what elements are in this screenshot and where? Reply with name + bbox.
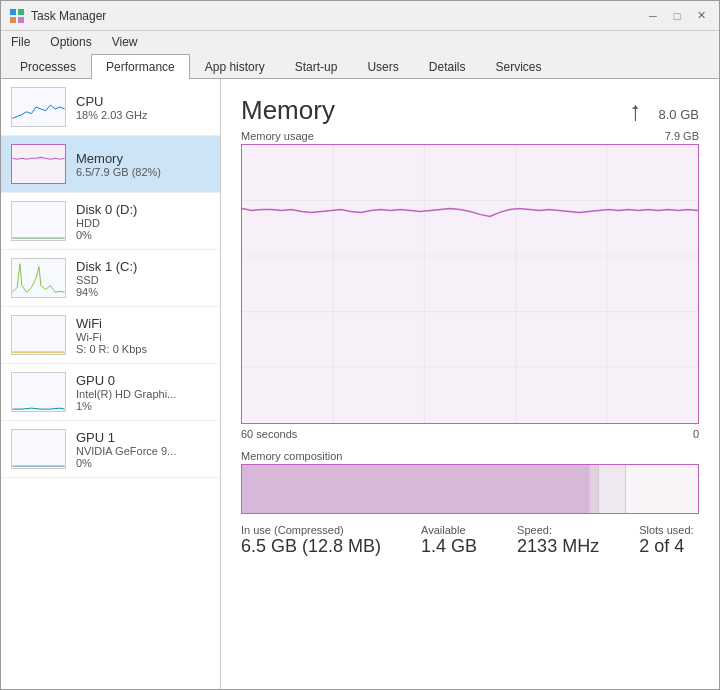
disk1-label: Disk 1 (C:) [76,259,210,274]
memory-label: Memory [76,151,210,166]
stat-slots-label: Slots used: [639,524,693,536]
stat-available-label: Available [421,524,477,536]
sidebar-item-disk1[interactable]: Disk 1 (C:) SSD 94% [1,250,220,307]
chart-max: 7.9 GB [665,130,699,142]
gpu0-value: 1% [76,400,210,412]
stat-speed-value: 2133 MHz [517,536,599,557]
gpu1-type: NVIDIA GeForce 9... [76,445,210,457]
gpu1-label: GPU 1 [76,430,210,445]
comp-free [625,465,698,513]
title-bar-left: Task Manager [9,8,106,24]
content-area: CPU 18% 2.03 GHz Memory 6.5/7.9 GB (82%) [1,79,719,689]
window-controls: ─ □ ✕ [643,6,711,26]
gpu1-thumbnail [11,429,66,469]
main-panel: Memory ⭡ 8.0 GB Memory usage 7.9 GB [221,79,719,689]
gpu0-info: GPU 0 Intel(R) HD Graphi... 1% [76,373,210,412]
svg-rect-1 [18,9,24,15]
cpu-label: CPU [76,94,210,109]
disk1-thumbnail [11,258,66,298]
sidebar-item-wifi[interactable]: WiFi Wi-Fi S: 0 R: 0 Kbps [1,307,220,364]
tab-details[interactable]: Details [414,54,481,79]
time-right: 0 [693,428,699,440]
chart-time-row: 60 seconds 0 [241,428,699,440]
comp-modified [589,465,598,513]
svg-rect-3 [18,17,24,23]
gpu0-type: Intel(R) HD Graphi... [76,388,210,400]
main-header: Memory ⭡ 8.0 GB [241,95,699,126]
wifi-info: WiFi Wi-Fi S: 0 R: 0 Kbps [76,316,210,355]
sidebar-item-gpu1[interactable]: GPU 1 NVIDIA GeForce 9... 0% [1,421,220,478]
memory-thumbnail [11,144,66,184]
svg-rect-2 [10,17,16,23]
stats-row: In use (Compressed) 6.5 GB (12.8 MB) Ava… [241,524,699,557]
window-title: Task Manager [31,9,106,23]
memory-total: 8.0 GB [659,107,699,122]
memory-stats: 6.5/7.9 GB (82%) [76,166,210,178]
disk1-value: 94% [76,286,210,298]
menu-file[interactable]: File [5,33,36,51]
stat-speed-label: Speed: [517,524,599,536]
stat-speed: Speed: 2133 MHz [517,524,599,557]
main-title: Memory [241,95,335,126]
app-icon [9,8,25,24]
svg-rect-0 [10,9,16,15]
gpu0-thumbnail [11,372,66,412]
sidebar-item-disk0[interactable]: Disk 0 (D:) HDD 0% [1,193,220,250]
comp-label: Memory composition [241,450,699,462]
maximize-button[interactable]: □ [667,6,687,26]
time-left: 60 seconds [241,428,297,440]
sidebar: CPU 18% 2.03 GHz Memory 6.5/7.9 GB (82%) [1,79,221,689]
chart-label-row: Memory usage 7.9 GB [241,130,699,142]
sidebar-item-gpu0[interactable]: GPU 0 Intel(R) HD Graphi... 1% [1,364,220,421]
memory-info: Memory 6.5/7.9 GB (82%) [76,151,210,178]
close-button[interactable]: ✕ [691,6,711,26]
stat-slots-value: 2 of 4 [639,536,693,557]
wifi-label: WiFi [76,316,210,331]
cpu-thumbnail [11,87,66,127]
tab-services[interactable]: Services [480,54,556,79]
disk0-value: 0% [76,229,210,241]
wifi-type: Wi-Fi [76,331,210,343]
disk1-type: SSD [76,274,210,286]
stat-in-use: In use (Compressed) 6.5 GB (12.8 MB) [241,524,381,557]
gpu1-value: 0% [76,457,210,469]
disk0-info: Disk 0 (D:) HDD 0% [76,202,210,241]
tab-performance[interactable]: Performance [91,54,190,79]
sidebar-item-cpu[interactable]: CPU 18% 2.03 GHz [1,79,220,136]
tab-processes[interactable]: Processes [5,54,91,79]
sidebar-item-memory[interactable]: Memory 6.5/7.9 GB (82%) [1,136,220,193]
cursor-icon: ⭡ [627,103,645,123]
disk0-thumbnail [11,201,66,241]
tab-startup[interactable]: Start-up [280,54,353,79]
cpu-info: CPU 18% 2.03 GHz [76,94,210,121]
disk0-type: HDD [76,217,210,229]
disk0-label: Disk 0 (D:) [76,202,210,217]
stat-available-value: 1.4 GB [421,536,477,557]
title-bar: Task Manager ─ □ ✕ [1,1,719,31]
stat-slots: Slots used: 2 of 4 [639,524,693,557]
memory-comp-bar [241,464,699,514]
gpu0-label: GPU 0 [76,373,210,388]
stat-available: Available 1.4 GB [421,524,477,557]
menu-options[interactable]: Options [44,33,97,51]
task-manager-window: Task Manager ─ □ ✕ File Options View Pro… [0,0,720,690]
tab-app-history[interactable]: App history [190,54,280,79]
comp-in-use [242,465,589,513]
chart-title: Memory usage [241,130,314,142]
tab-bar: Processes Performance App history Start-… [1,53,719,79]
stat-in-use-label: In use (Compressed) [241,524,381,536]
menu-bar: File Options View [1,31,719,53]
gpu1-info: GPU 1 NVIDIA GeForce 9... 0% [76,430,210,469]
memory-chart [241,144,699,424]
disk1-info: Disk 1 (C:) SSD 94% [76,259,210,298]
stat-in-use-value: 6.5 GB (12.8 MB) [241,536,381,557]
tab-users[interactable]: Users [352,54,413,79]
menu-view[interactable]: View [106,33,144,51]
minimize-button[interactable]: ─ [643,6,663,26]
cpu-stats: 18% 2.03 GHz [76,109,210,121]
wifi-thumbnail [11,315,66,355]
comp-standby [598,465,625,513]
wifi-value: S: 0 R: 0 Kbps [76,343,210,355]
